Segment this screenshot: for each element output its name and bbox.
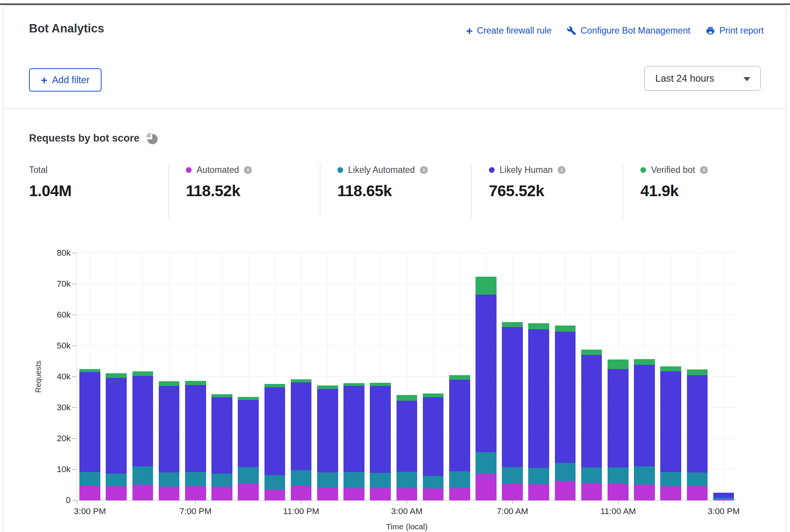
stacked-bar[interactable]	[343, 383, 364, 500]
stacked-bar[interactable]	[555, 326, 576, 500]
bar-segment-verified-bot[interactable]	[528, 323, 549, 329]
bar-segment-likely-automated[interactable]	[502, 467, 523, 484]
bar-segment-automated[interactable]	[211, 487, 232, 500]
info-icon[interactable]	[558, 166, 566, 174]
bar-column[interactable]	[393, 253, 420, 500]
bar-segment-automated[interactable]	[555, 481, 576, 500]
bar-segment-likely-human[interactable]	[343, 386, 364, 472]
bar-segment-automated[interactable]	[476, 474, 497, 500]
bar-segment-automated[interactable]	[159, 487, 180, 500]
bar-segment-likely-automated[interactable]	[476, 452, 497, 474]
bar-segment-likely-automated[interactable]	[423, 476, 444, 488]
bar-segment-automated[interactable]	[106, 486, 127, 500]
bar-column[interactable]	[684, 253, 710, 500]
bar-segment-automated[interactable]	[423, 488, 444, 500]
bar-segment-likely-human[interactable]	[79, 372, 100, 472]
bar-segment-verified-bot[interactable]	[159, 381, 180, 386]
create-firewall-rule-link[interactable]: Create firewall rule	[466, 26, 551, 36]
bar-segment-verified-bot[interactable]	[687, 369, 708, 375]
add-filter-button[interactable]: Add filter	[29, 68, 102, 92]
stacked-bar[interactable]	[713, 493, 734, 500]
bar-segment-verified-bot[interactable]	[476, 277, 497, 295]
bar-segment-likely-human[interactable]	[687, 375, 708, 472]
bar-segment-likely-human[interactable]	[397, 401, 418, 471]
stacked-bar[interactable]	[211, 394, 232, 500]
stacked-bar[interactable]	[687, 369, 708, 500]
bar-segment-automated[interactable]	[634, 485, 655, 500]
bar-column[interactable]	[473, 253, 499, 500]
stacked-bar[interactable]	[502, 322, 523, 500]
stacked-bar[interactable]	[476, 277, 497, 500]
bar-segment-likely-human[interactable]	[264, 387, 285, 475]
bar-segment-likely-automated[interactable]	[317, 472, 338, 487]
bar-segment-likely-human[interactable]	[502, 327, 523, 467]
bar-segment-likely-automated[interactable]	[660, 472, 681, 486]
bar-segment-verified-bot[interactable]	[502, 322, 523, 327]
bar-segment-automated[interactable]	[343, 488, 364, 500]
bar-column[interactable]	[209, 253, 235, 500]
bar-segment-likely-automated[interactable]	[106, 474, 127, 486]
bar-segment-likely-automated[interactable]	[581, 468, 602, 483]
bar-segment-likely-automated[interactable]	[528, 468, 549, 484]
stacked-bar[interactable]	[264, 384, 285, 500]
bar-segment-likely-automated[interactable]	[132, 466, 153, 485]
bar-segment-likely-automated[interactable]	[343, 472, 364, 488]
bar-segment-likely-human[interactable]	[132, 376, 153, 466]
bar-segment-verified-bot[interactable]	[106, 373, 127, 378]
stacked-bar[interactable]	[185, 381, 206, 500]
bar-segment-likely-human[interactable]	[608, 369, 629, 468]
bar-segment-likely-human[interactable]	[317, 389, 338, 472]
bar-column[interactable]	[711, 253, 737, 500]
time-range-dropdown[interactable]: Last 24 hours	[644, 66, 761, 91]
bar-segment-automated[interactable]	[608, 484, 629, 500]
bar-segment-verified-bot[interactable]	[79, 369, 100, 372]
bar-segment-likely-automated[interactable]	[211, 474, 232, 487]
bar-column[interactable]	[579, 253, 605, 500]
stacked-bar[interactable]	[449, 375, 470, 500]
stacked-bar[interactable]	[634, 359, 655, 500]
stacked-bar[interactable]	[291, 379, 312, 500]
bar-segment-verified-bot[interactable]	[264, 384, 285, 388]
bar-column[interactable]	[314, 253, 341, 500]
stacked-bar[interactable]	[608, 360, 629, 500]
bar-column[interactable]	[367, 253, 393, 500]
bar-segment-likely-automated[interactable]	[634, 466, 655, 485]
bar-column[interactable]	[261, 253, 288, 500]
bar-segment-verified-bot[interactable]	[581, 350, 602, 355]
bar-column[interactable]	[447, 253, 473, 500]
stacked-bar[interactable]	[159, 381, 180, 500]
bar-segment-likely-automated[interactable]	[397, 472, 418, 488]
bar-column[interactable]	[288, 253, 314, 500]
bar-segment-automated[interactable]	[660, 486, 681, 500]
bar-column[interactable]	[341, 253, 367, 500]
stacked-bar[interactable]	[106, 373, 127, 500]
bar-segment-verified-bot[interactable]	[608, 360, 629, 369]
bar-column[interactable]	[182, 253, 209, 500]
bar-segment-likely-automated[interactable]	[79, 472, 100, 486]
bar-segment-verified-bot[interactable]	[185, 381, 206, 385]
bar-column[interactable]	[156, 253, 182, 500]
bar-column[interactable]	[658, 253, 684, 500]
bar-segment-automated[interactable]	[528, 484, 549, 500]
stacked-bar[interactable]	[238, 397, 259, 500]
bar-column[interactable]	[77, 253, 103, 500]
bar-segment-likely-human[interactable]	[555, 332, 576, 463]
bar-segment-likely-human[interactable]	[660, 371, 681, 472]
bar-segment-likely-automated[interactable]	[687, 472, 708, 486]
bar-segment-verified-bot[interactable]	[291, 379, 312, 382]
bar-segment-automated[interactable]	[185, 486, 206, 500]
bar-segment-automated[interactable]	[397, 488, 418, 500]
bar-segment-automated[interactable]	[449, 488, 470, 500]
stacked-bar[interactable]	[317, 385, 338, 500]
bar-segment-likely-automated[interactable]	[608, 468, 629, 484]
bar-column[interactable]	[605, 253, 631, 500]
print-report-link[interactable]: Print report	[706, 26, 764, 36]
bar-column[interactable]	[129, 253, 156, 500]
stacked-bar[interactable]	[132, 371, 153, 500]
bar-segment-verified-bot[interactable]	[132, 371, 153, 376]
stacked-bar[interactable]	[660, 366, 681, 500]
bar-segment-verified-bot[interactable]	[370, 383, 391, 386]
bar-segment-automated[interactable]	[581, 483, 602, 500]
bar-column[interactable]	[631, 253, 658, 500]
bar-segment-verified-bot[interactable]	[238, 397, 259, 400]
